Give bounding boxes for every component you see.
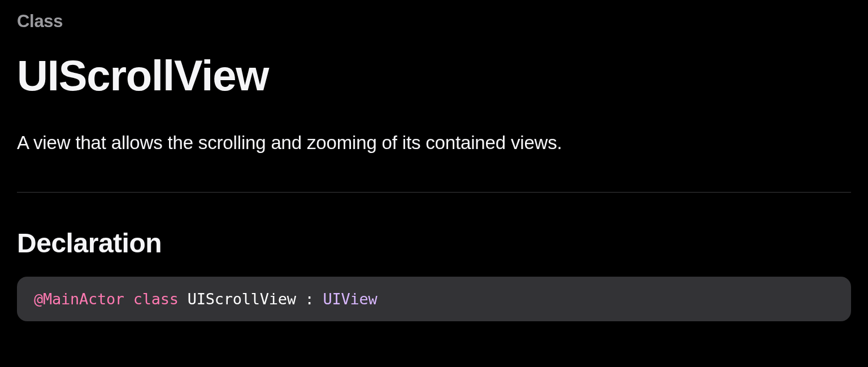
code-class-name: UIScrollView [188, 290, 296, 308]
declaration-code-block: @MainActor class UIScrollView : UIView [17, 277, 851, 321]
code-colon: : [296, 290, 323, 308]
declaration-heading: Declaration [17, 228, 851, 259]
code-inherits-link[interactable]: UIView [323, 290, 377, 308]
section-divider [17, 192, 851, 193]
type-label: Class [17, 11, 851, 32]
page-title: UIScrollView [17, 53, 851, 98]
class-description: A view that allows the scrolling and zoo… [17, 130, 851, 156]
code-attribute: @MainActor [34, 290, 124, 308]
code-keyword: class [133, 290, 179, 308]
